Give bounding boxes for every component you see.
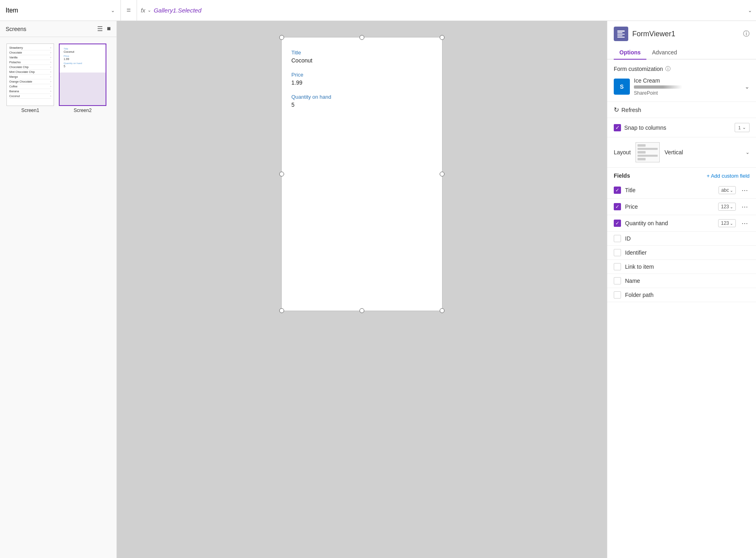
columns-select[interactable]: 1 ⌄	[735, 123, 750, 132]
sidebar-header-icons: ☰ ■	[97, 25, 111, 33]
snap-checkbox[interactable]: ✓	[614, 124, 621, 131]
field-row-quantity: ✓ Quantity on hand 123 ⌄ ⋯	[607, 215, 756, 232]
field-checkbox-identifier[interactable]	[614, 249, 621, 256]
layout-select[interactable]: Vertical ⌄	[665, 149, 750, 156]
form-price-label: Price	[291, 72, 432, 78]
info-icon[interactable]: ⓘ	[743, 30, 750, 38]
list-view-icon[interactable]: ☰	[97, 25, 103, 33]
form-card[interactable]: Title Coconut Price 1.99 Quantity on han…	[281, 37, 442, 311]
form-title-label: Title	[291, 50, 432, 56]
right-panel: FormViewer1 ⓘ Options Advanced Form cust…	[607, 21, 756, 558]
screens-list: Strawberry› Chocolate› Vanilla› Pistachi…	[0, 37, 116, 120]
snap-label: Snap to columns	[624, 124, 731, 131]
screens-title: Screens	[6, 26, 26, 32]
field-checkbox-price[interactable]: ✓	[614, 203, 621, 210]
field-row-id: ID	[607, 232, 756, 246]
field-row-name: Name	[607, 274, 756, 288]
type-chevron-icon: ⌄	[730, 188, 733, 193]
refresh-icon: ↻	[614, 106, 619, 114]
field-row-folder-path: Folder path	[607, 288, 756, 302]
layout-preview	[636, 142, 660, 162]
fx-label: fx	[141, 7, 145, 14]
field-name-link-to-item: Link to item	[625, 263, 750, 270]
item-dropdown[interactable]: Item ⌄	[0, 0, 121, 21]
datasource-chevron-icon[interactable]: ⌄	[745, 83, 750, 90]
fields-title: Fields	[614, 172, 630, 179]
form-customization-section: Form customization ⓘ S Ice Cream SharePo…	[607, 60, 756, 102]
field-checkbox-quantity[interactable]: ✓	[614, 220, 621, 227]
screen-item-2[interactable]: Title Coconut Price 1.99 Quantity on han…	[59, 44, 106, 113]
datasource-type: SharePoint	[634, 90, 741, 96]
layout-value: Vertical	[665, 149, 683, 156]
datasource-name: Ice Cream	[634, 77, 741, 84]
handle-bot-mid[interactable]	[359, 308, 364, 313]
tab-advanced[interactable]: Advanced	[646, 46, 683, 60]
sidebar: Screens ☰ ■ Strawberry› Chocolate› Vanil…	[0, 21, 117, 558]
svg-rect-0	[617, 31, 625, 32]
add-custom-field-button[interactable]: + Add custom field	[706, 173, 750, 179]
field-row-title: ✓ Title abc ⌄ ⋯	[607, 182, 756, 199]
fx-expand-icon[interactable]: ⌄	[748, 8, 752, 13]
screen-thumbnail-2: Title Coconut Price 1.99 Quantity on han…	[59, 44, 106, 106]
field-checkbox-id[interactable]	[614, 235, 621, 242]
datasource-info: Ice Cream SharePoint	[634, 77, 741, 96]
customization-info-icon[interactable]: ⓘ	[665, 65, 671, 73]
columns-chevron-icon: ⌄	[742, 125, 746, 130]
field-type-title[interactable]: abc ⌄	[719, 186, 736, 194]
handle-mid-right[interactable]	[440, 172, 444, 176]
field-more-quantity[interactable]: ⋯	[740, 218, 750, 228]
top-bar: Item ⌄ = fx ⌄ Gallery1.Selected ⌄	[0, 0, 756, 21]
field-more-title[interactable]: ⋯	[740, 185, 750, 195]
fields-header: Fields + Add custom field	[607, 168, 756, 182]
svg-rect-3	[617, 35, 623, 36]
layout-chevron-icon: ⌄	[746, 149, 750, 155]
field-type-quantity[interactable]: 123 ⌄	[718, 219, 736, 227]
field-row-link-to-item: Link to item	[607, 260, 756, 274]
field-type-price[interactable]: 123 ⌄	[718, 203, 736, 211]
canvas: Title Coconut Price 1.99 Quantity on han…	[117, 21, 607, 558]
handle-bot-left[interactable]	[279, 308, 284, 313]
handle-bot-right[interactable]	[440, 308, 444, 313]
field-name-folder-path: Folder path	[625, 292, 750, 298]
field-name-id: ID	[625, 235, 750, 242]
refresh-label: Refresh	[621, 107, 641, 113]
screen2-label: Screen2	[74, 108, 92, 113]
tab-options[interactable]: Options	[614, 46, 646, 60]
layout-row: Layout Vertical ⌄	[607, 137, 756, 168]
screen1-label: Screen1	[21, 108, 39, 113]
form-quantity-label: Quantity on hand	[291, 94, 432, 100]
svg-rect-4	[617, 37, 625, 37]
snap-columns-row: ✓ Snap to columns 1 ⌄	[607, 118, 756, 137]
refresh-row[interactable]: ↻ Refresh	[607, 102, 756, 118]
panel-tabs: Options Advanced	[607, 46, 756, 60]
main-layout: Screens ☰ ■ Strawberry› Chocolate› Vanil…	[0, 21, 756, 558]
form-price-value: 1.99	[291, 79, 432, 86]
layout-label: Layout	[614, 149, 631, 156]
field-more-price[interactable]: ⋯	[740, 202, 750, 212]
handle-top-left[interactable]	[279, 35, 284, 40]
screen-item-1[interactable]: Strawberry› Chocolate› Vanilla› Pistachi…	[6, 44, 54, 113]
svg-rect-2	[617, 34, 625, 35]
handle-top-mid[interactable]	[359, 35, 364, 40]
chevron-down-icon: ⌄	[111, 8, 115, 13]
field-checkbox-link-to-item[interactable]	[614, 263, 621, 270]
sharepoint-icon: S	[614, 79, 630, 95]
type-chevron-icon-2: ⌄	[730, 205, 733, 209]
formviewer-icon	[614, 27, 628, 41]
panel-header: FormViewer1 ⓘ	[607, 21, 756, 41]
grid-view-icon[interactable]: ■	[107, 25, 111, 33]
field-checkbox-name[interactable]	[614, 277, 621, 284]
form-quantity-value: 5	[291, 102, 432, 108]
datasource-row[interactable]: S Ice Cream SharePoint ⌄	[614, 77, 750, 96]
fx-formula[interactable]: Gallery1.Selected	[154, 7, 201, 14]
screen-thumbnail-1: Strawberry› Chocolate› Vanilla› Pistachi…	[6, 44, 54, 106]
field-name-quantity: Quantity on hand	[625, 220, 714, 226]
field-name-price: Price	[625, 203, 714, 210]
field-row-price: ✓ Price 123 ⌄ ⋯	[607, 199, 756, 215]
handle-top-right[interactable]	[440, 35, 444, 40]
field-checkbox-folder-path[interactable]	[614, 291, 621, 299]
field-checkbox-title[interactable]: ✓	[614, 187, 621, 194]
fields-list: ✓ Title abc ⌄ ⋯ ✓ Price 123 ⌄ ⋯	[607, 182, 756, 302]
handle-mid-left[interactable]	[279, 172, 284, 176]
fx-area: fx ⌄ Gallery1.Selected ⌄	[137, 0, 756, 21]
